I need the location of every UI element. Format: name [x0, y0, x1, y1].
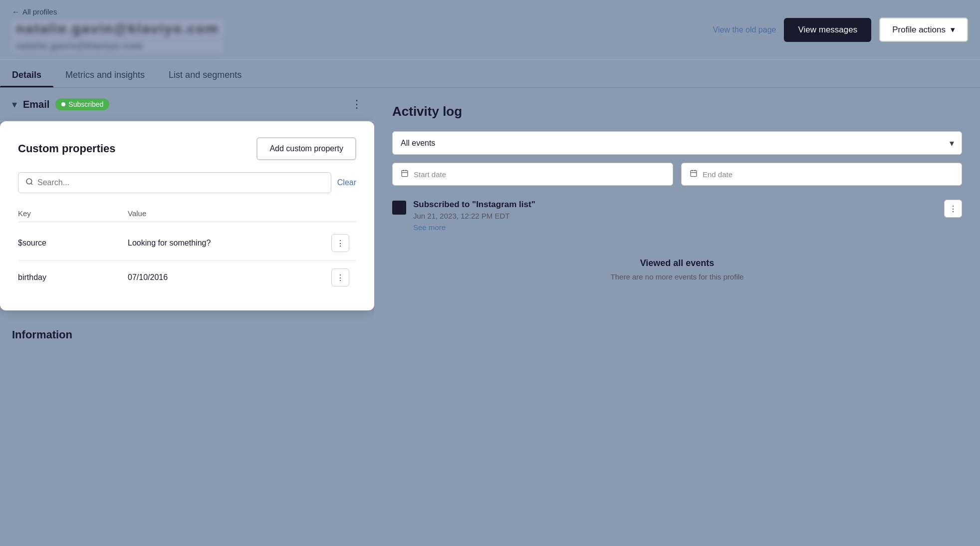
col-key: Key [18, 209, 128, 218]
top-actions: View the old page View messages Profile … [713, 17, 968, 42]
tab-metrics-label: Metrics and insights [65, 70, 145, 80]
table-header: Key Value [18, 205, 356, 222]
all-events-select-wrapper: All events ▾ [392, 131, 962, 155]
tabs-bar: Details Metrics and insights List and se… [0, 60, 980, 88]
profile-actions-button[interactable]: Profile actions ▾ [879, 17, 968, 42]
information-section: Information [0, 314, 374, 355]
viewed-all-title: Viewed all events [392, 258, 962, 269]
svg-point-0 [26, 179, 32, 184]
view-messages-button[interactable]: View messages [784, 18, 871, 42]
tab-details[interactable]: Details [0, 63, 53, 87]
end-date-input[interactable]: End date [681, 163, 962, 186]
subscribed-dot-icon [61, 102, 65, 106]
tab-metrics-insights[interactable]: Metrics and insights [53, 63, 157, 87]
left-panel: ▾ Email Subscribed ⋮ Custom properties A… [0, 88, 374, 546]
profile-actions-label: Profile actions [892, 25, 946, 35]
end-date-placeholder: End date [703, 170, 733, 179]
properties-table: Key Value $source Looking for something?… [18, 205, 356, 294]
search-icon [25, 178, 33, 188]
row-value-0: Looking for something? [128, 239, 331, 248]
search-input[interactable] [37, 178, 324, 187]
top-bar: ← All profiles natalie.gavin@klaviyo.com… [0, 0, 980, 60]
end-date-calendar-icon [690, 169, 698, 179]
viewed-all-subtitle: There are no more events for this profil… [392, 273, 962, 281]
row-ellipsis-icon-0: ⋮ [336, 239, 344, 248]
email-menu-icon[interactable]: ⋮ [351, 98, 362, 111]
table-row: $source Looking for something? ⋮ [18, 226, 356, 261]
right-panel: Activity log All events ▾ Start date [374, 88, 980, 546]
profile-actions-chevron-icon: ▾ [951, 24, 955, 35]
tab-details-label: Details [12, 70, 41, 80]
tab-list-label: List and segments [169, 70, 242, 80]
start-date-input[interactable]: Start date [392, 163, 673, 186]
row-menu-button-1[interactable]: ⋮ [331, 269, 349, 286]
table-row: birthday 07/10/2016 ⋮ [18, 261, 356, 294]
see-more-link-0[interactable]: See more [413, 223, 446, 232]
email-section: ▾ Email Subscribed ⋮ [0, 88, 374, 121]
row-value-1: 07/10/2016 [128, 273, 331, 282]
back-link-label: All profiles [22, 7, 57, 16]
back-link[interactable]: ← All profiles [12, 7, 223, 16]
search-row: Clear [18, 172, 356, 193]
email-header: ▾ Email Subscribed ⋮ [12, 98, 362, 111]
clear-button[interactable]: Clear [337, 178, 356, 187]
back-arrow-icon: ← [12, 7, 19, 16]
email-chevron-icon[interactable]: ▾ [12, 98, 17, 110]
profile-email-primary: natalie.gavin@klaviyo.com [12, 20, 223, 38]
tab-list-segments[interactable]: List and segments [157, 63, 253, 87]
custom-properties-card: Custom properties Add custom property Cl… [0, 121, 374, 310]
event-details-0: Subscribed to "Instagram list" Jun 21, 2… [413, 200, 937, 232]
email-label: Email [23, 99, 49, 110]
information-title: Information [12, 328, 72, 341]
activity-event-0: Subscribed to "Instagram list" Jun 21, 2… [392, 200, 962, 232]
subscribed-badge: Subscribed [55, 98, 109, 110]
add-custom-property-button[interactable]: Add custom property [256, 137, 356, 160]
subscribed-label: Subscribed [68, 100, 103, 108]
date-filters: Start date End date [392, 163, 962, 186]
event-date-0: Jun 21, 2023, 12:22 PM EDT [413, 212, 937, 220]
custom-properties-title: Custom properties [18, 142, 116, 155]
main-content: ▾ Email Subscribed ⋮ Custom properties A… [0, 88, 980, 546]
svg-rect-5 [691, 171, 697, 177]
start-date-placeholder: Start date [414, 170, 446, 179]
profile-emails: natalie.gavin@klaviyo.com natalie.gavin@… [12, 20, 223, 52]
viewed-all-section: Viewed all events There are no more even… [392, 248, 962, 281]
view-old-page-link[interactable]: View the old page [713, 25, 776, 34]
row-menu-button-0[interactable]: ⋮ [331, 234, 349, 252]
event-ellipsis-icon: ⋮ [949, 204, 957, 214]
start-date-calendar-icon [401, 169, 409, 179]
row-ellipsis-icon-1: ⋮ [336, 273, 344, 282]
col-value: Value [128, 209, 331, 218]
event-title-0: Subscribed to "Instagram list" [413, 200, 937, 210]
row-key-1: birthday [18, 273, 128, 282]
svg-rect-1 [402, 171, 408, 177]
search-input-wrapper [18, 172, 331, 193]
card-header: Custom properties Add custom property [18, 137, 356, 160]
activity-log-title: Activity log [392, 104, 962, 119]
all-events-select[interactable]: All events [392, 131, 962, 155]
profile-email-secondary: natalie.gavin@klaviyo.com [12, 40, 223, 52]
event-icon-0 [392, 201, 406, 215]
row-key-0: $source [18, 239, 128, 248]
event-menu-button-0[interactable]: ⋮ [944, 200, 962, 218]
